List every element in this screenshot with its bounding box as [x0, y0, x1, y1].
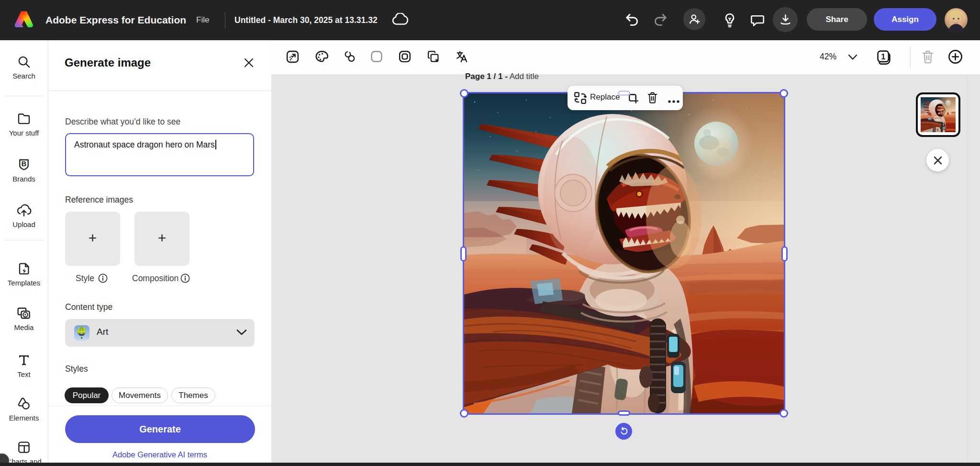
svg-text:1: 1: [881, 52, 885, 61]
svg-text:B: B: [22, 160, 26, 168]
